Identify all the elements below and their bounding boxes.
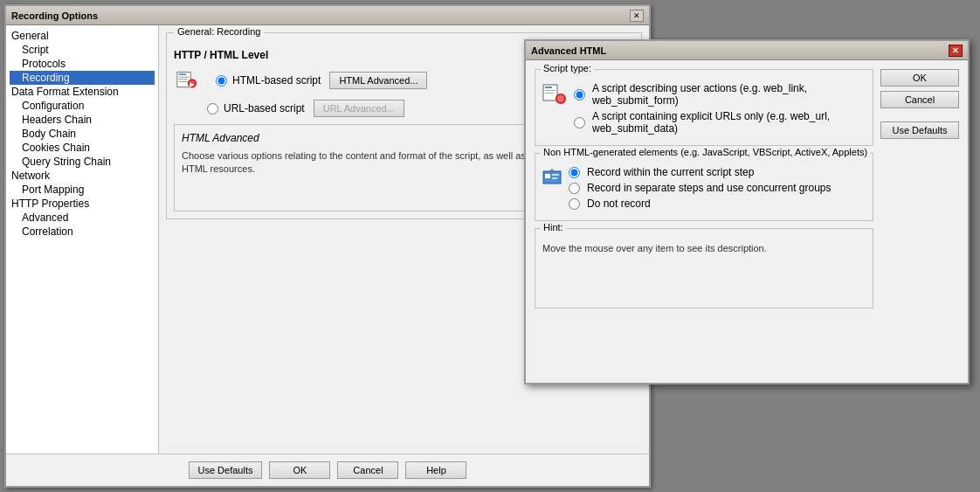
sidebar-item-recording[interactable]: Recording: [10, 71, 155, 85]
html-based-label: HTML-based script: [232, 74, 321, 87]
record-options: Record within the current script step Re…: [569, 166, 832, 213]
title-bar-controls: ✕: [630, 10, 644, 22]
main-window-title: Recording Options: [11, 10, 630, 21]
script-type-options: A script describing user actions (e.g. w…: [574, 82, 866, 138]
svg-rect-4: [179, 81, 189, 82]
url-based-radio[interactable]: [207, 103, 218, 114]
record-label3: Do not record: [587, 197, 651, 210]
script-type-title: Script type:: [541, 63, 594, 73]
record-option3-row: Do not record: [569, 197, 832, 210]
sidebar-item-advanced[interactable]: Advanced: [10, 211, 155, 225]
adv-script-icon: [542, 84, 567, 109]
sidebar-item-script[interactable]: Script: [10, 43, 155, 57]
advanced-html-dialog: Advanced HTML ✕ Script type:: [524, 39, 970, 385]
adv-ok-button[interactable]: OK: [880, 69, 959, 87]
sidebar-item-protocols[interactable]: Protocols: [10, 57, 155, 71]
hint-label: Hint:: [541, 222, 566, 232]
tree-panel: General Script Protocols Recording Data …: [6, 25, 159, 454]
svg-rect-2: [179, 77, 190, 78]
ok-button[interactable]: OK: [269, 461, 330, 479]
non-html-icon: [542, 168, 562, 190]
html-advanced-button[interactable]: HTML Advanced...: [329, 72, 427, 89]
svg-marker-18: [549, 169, 556, 171]
non-html-group: Non HTML-generated elements (e.g. JavaSc…: [535, 153, 873, 221]
script-type-group: Script type:: [535, 69, 873, 146]
svg-rect-17: [552, 177, 557, 179]
use-defaults-button[interactable]: Use Defaults: [189, 461, 263, 479]
hint-box: Hint: Move the mouse over any item to se…: [535, 228, 873, 308]
sidebar-item-port-mapping[interactable]: Port Mapping: [10, 183, 155, 197]
close-button[interactable]: ✕: [630, 10, 644, 22]
svg-point-13: [557, 95, 564, 102]
record-radio1[interactable]: [569, 167, 580, 178]
adv-side-buttons: OK Cancel Use Defaults: [880, 69, 959, 308]
sidebar-item-http-properties[interactable]: HTTP Properties: [10, 197, 155, 211]
help-button[interactable]: Help: [405, 461, 466, 479]
script-type-label2: A script containing explicit URLs only (…: [592, 110, 866, 135]
url-based-label: URL-based script: [224, 102, 305, 114]
record-option1-row: Record within the current script step: [569, 166, 832, 178]
adv-use-defaults-button[interactable]: Use Defaults: [880, 121, 959, 139]
svg-rect-11: [545, 93, 554, 94]
adv-dialog-content: Script type:: [526, 60, 968, 317]
record-label1: Record within the current script step: [587, 166, 754, 178]
svg-rect-1: [179, 73, 187, 75]
sidebar-item-body-chain[interactable]: Body Chain: [10, 127, 155, 141]
html-script-icon: ▶: [174, 68, 200, 93]
group-box-title: General: Recording: [174, 26, 264, 37]
svg-rect-15: [545, 174, 550, 178]
script-type-radio1[interactable]: [574, 89, 585, 100]
record-option2-row: Record in separate steps and use concurr…: [569, 182, 832, 194]
adv-title-bar: Advanced HTML ✕: [526, 41, 968, 60]
sidebar-item-correlation[interactable]: Correlation: [10, 225, 155, 239]
record-radio2[interactable]: [569, 183, 580, 194]
script-type-label1: A script describing user actions (e.g. w…: [592, 82, 866, 107]
sidebar-item-headers-chain[interactable]: Headers Chain: [10, 113, 155, 127]
url-advanced-button[interactable]: URL Advanced...: [314, 100, 404, 117]
svg-rect-9: [545, 87, 552, 88]
url-based-radio-container: URL-based script: [207, 102, 305, 114]
main-title-bar: Recording Options ✕: [6, 6, 649, 25]
script-type-option1-row: A script describing user actions (e.g. w…: [574, 82, 866, 107]
sidebar-item-cookies-chain[interactable]: Cookies Chain: [10, 141, 155, 155]
script-type-option2-row: A script containing explicit URLs only (…: [574, 110, 866, 135]
sidebar-item-data-format[interactable]: Data Format Extension: [10, 85, 155, 99]
record-radio3[interactable]: [569, 198, 580, 210]
html-based-radio-container: HTML-based script: [216, 74, 321, 87]
svg-rect-3: [179, 79, 188, 80]
svg-rect-10: [545, 90, 556, 91]
bottom-button-bar: Use Defaults OK Cancel Help: [6, 454, 649, 486]
hint-content: Move the mouse over any item to see its …: [535, 229, 873, 308]
adv-main-area: Script type:: [535, 69, 873, 308]
sidebar-item-general[interactable]: General: [10, 29, 155, 43]
record-label2: Record in separate steps and use concurr…: [587, 182, 832, 194]
sidebar-item-configuration[interactable]: Configuration: [10, 99, 155, 113]
html-based-radio[interactable]: [216, 75, 227, 87]
cancel-button[interactable]: Cancel: [337, 461, 398, 479]
sidebar-item-network[interactable]: Network: [10, 169, 155, 183]
script-type-radio2[interactable]: [574, 117, 585, 128]
adv-cancel-button[interactable]: Cancel: [880, 91, 959, 108]
non-html-title: Non HTML-generated elements (e.g. JavaSc…: [541, 147, 870, 157]
sidebar-item-query-string-chain[interactable]: Query String Chain: [10, 155, 155, 169]
svg-rect-16: [552, 174, 559, 176]
adv-close-button[interactable]: ✕: [949, 45, 963, 57]
adv-dialog-title: Advanced HTML: [531, 45, 949, 56]
